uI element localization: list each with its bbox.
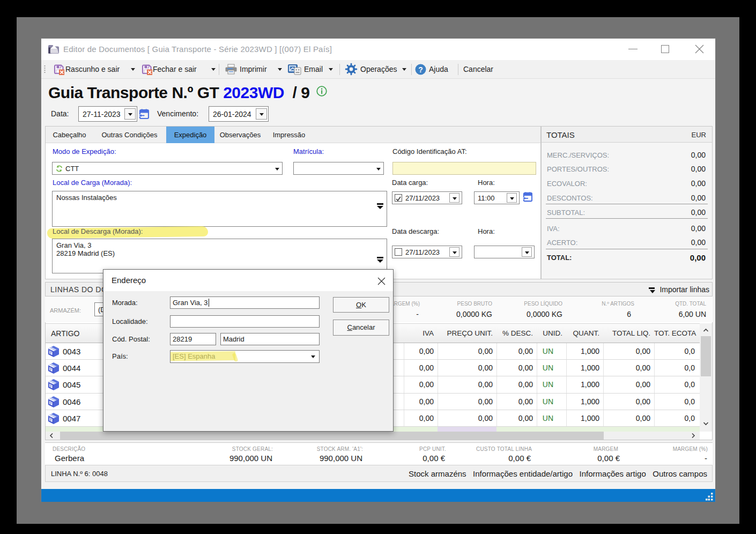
svg-text:?: ? (418, 65, 423, 74)
